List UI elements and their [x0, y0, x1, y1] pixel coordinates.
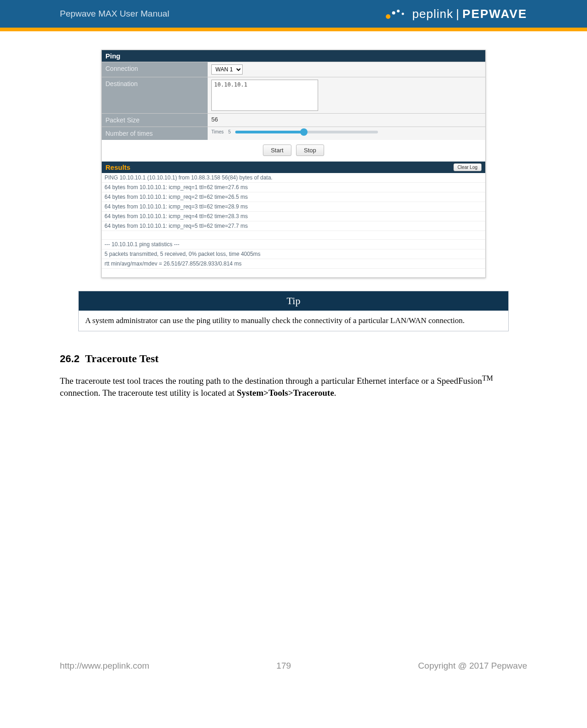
- result-line: rtt min/avg/max/mdev = 26.516/27.855/28.…: [102, 259, 485, 269]
- tip-body: A system administrator can use the ping …: [79, 311, 508, 331]
- svg-point-3: [402, 13, 404, 15]
- clear-log-button[interactable]: Clear Log: [453, 163, 482, 171]
- section-number: 26.2: [60, 353, 80, 364]
- nav-path: System>Tools>Traceroute: [237, 388, 334, 398]
- connection-select[interactable]: WAN 1: [211, 64, 243, 75]
- tm-superscript: TM: [482, 374, 493, 382]
- tip-box: Tip A system administrator can use the p…: [78, 291, 509, 331]
- p-pre: The traceroute test tool traces the rout…: [60, 376, 482, 386]
- results-title-text: Results: [105, 163, 130, 171]
- dots-icon: [382, 7, 409, 20]
- packet-size-row: Packet Size 56: [102, 113, 485, 127]
- section-title: Traceroute Test: [85, 352, 159, 364]
- results-body: PING 10.10.10.1 (10.10.10.1) from 10.88.…: [102, 173, 485, 277]
- result-line: 64 bytes from 10.10.10.1: icmp_req=5 ttl…: [102, 221, 485, 231]
- result-line: 5 packets transmitted, 5 received, 0% pa…: [102, 249, 485, 259]
- times-value: 5: [228, 129, 231, 134]
- destination-input[interactable]: 10.10.10.1: [211, 80, 318, 111]
- doc-header: Pepwave MAX User Manual peplink | PEPWAV…: [0, 0, 587, 28]
- p-end: .: [334, 388, 337, 398]
- destination-label: Destination: [102, 77, 208, 113]
- result-line: [102, 269, 485, 277]
- packet-size-label: Packet Size: [102, 114, 208, 127]
- result-line: 64 bytes from 10.10.10.1: icmp_req=3 ttl…: [102, 202, 485, 212]
- connection-label: Connection: [102, 62, 208, 77]
- result-line: --- 10.10.10.1 ping statistics ---: [102, 240, 485, 249]
- p-mid: connection. The traceroute test utility …: [60, 388, 237, 398]
- manual-title: Pepwave MAX User Manual: [60, 9, 169, 19]
- brand-separator: |: [456, 7, 460, 21]
- destination-row: Destination 10.10.10.1: [102, 77, 485, 113]
- packet-size-value: 56: [208, 114, 485, 127]
- times-caption: Times: [211, 129, 224, 134]
- ping-buttons: Start Stop: [102, 140, 485, 162]
- tip-heading: Tip: [79, 291, 508, 311]
- connection-row: Connection WAN 1: [102, 62, 485, 77]
- start-button[interactable]: Start: [263, 144, 291, 156]
- footer-copyright: Copyright @ 2017 Pepwave: [418, 661, 527, 671]
- stop-button[interactable]: Stop: [296, 144, 324, 156]
- result-line: 64 bytes from 10.10.10.1: icmp_req=2 ttl…: [102, 192, 485, 202]
- footer-url: http://www.peplink.com: [60, 661, 149, 671]
- footer-page: 179: [276, 661, 291, 671]
- result-line: 64 bytes from 10.10.10.1: icmp_req=4 ttl…: [102, 212, 485, 221]
- accent-bar: [0, 28, 587, 31]
- times-row: Number of times Times 5: [102, 127, 485, 140]
- result-line: 64 bytes from 10.10.10.1: icmp_req=1 ttl…: [102, 183, 485, 192]
- page-footer: http://www.peplink.com 179 Copyright @ 2…: [60, 661, 527, 671]
- times-slider[interactable]: [235, 131, 378, 133]
- times-label: Number of times: [102, 127, 208, 140]
- slider-fill: [235, 131, 304, 133]
- brand-pepwave: PEPWAVE: [462, 7, 527, 21]
- svg-point-1: [392, 12, 395, 15]
- ping-panel: Ping Connection WAN 1 Destination 10.10.…: [101, 50, 486, 278]
- result-line: [102, 231, 485, 240]
- section-heading: 26.2Traceroute Test: [60, 352, 527, 365]
- section-paragraph: The traceroute test tool traces the rout…: [60, 373, 527, 399]
- slider-thumb[interactable]: [300, 128, 308, 136]
- ping-title: Ping: [102, 50, 485, 62]
- brand-logo: peplink | PEPWAVE: [382, 7, 527, 21]
- brand-peplink: peplink: [412, 7, 453, 21]
- results-header: Results Clear Log: [102, 162, 485, 173]
- svg-point-2: [397, 10, 400, 12]
- result-line: PING 10.10.10.1 (10.10.10.1) from 10.88.…: [102, 173, 485, 183]
- svg-point-0: [386, 14, 390, 19]
